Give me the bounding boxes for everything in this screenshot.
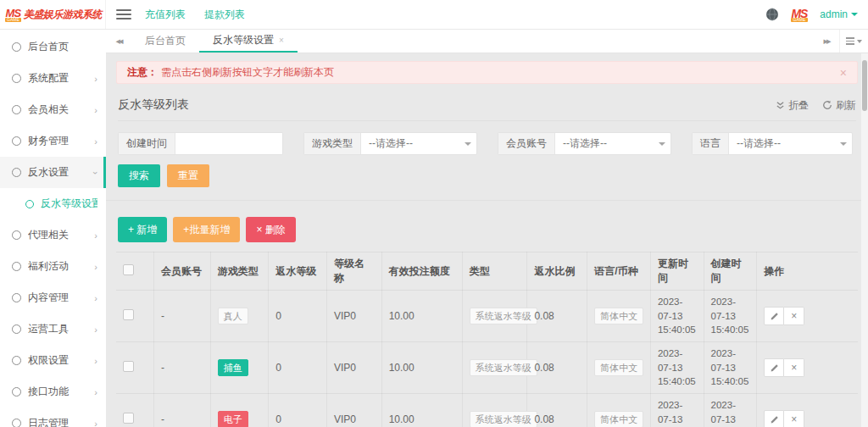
game-type-badge: 捕鱼: [218, 359, 248, 376]
tabs-scroll-left-icon[interactable]: ◂◂: [106, 30, 131, 53]
cell-member: -: [153, 342, 210, 394]
cell-level-name: VIP0: [327, 291, 382, 342]
sidebar-item-4[interactable]: 反水设置›: [0, 157, 106, 188]
delete-label: 删除: [265, 224, 286, 236]
sidebar-item-9[interactable]: 运营工具›: [0, 313, 106, 345]
sidebar-item-11[interactable]: 接口功能›: [0, 376, 106, 408]
user-menu[interactable]: admin: [820, 8, 858, 20]
delete-row-button[interactable]: ×: [784, 307, 804, 325]
collapse-label: 折叠: [788, 98, 809, 113]
updated-time: 2023-07-13 15:40:05: [658, 295, 697, 337]
delete-row-button[interactable]: ×: [784, 358, 804, 377]
game-type-select[interactable]: 游戏类型 --请选择--: [303, 132, 477, 155]
panel-header: 反水等级列表 折叠 刷新: [118, 90, 856, 121]
menu-item-icon: [12, 324, 21, 334]
row-checkbox[interactable]: [123, 309, 134, 320]
tab-1[interactable]: 反水等级设置×: [199, 30, 298, 53]
row-checkbox[interactable]: [123, 413, 134, 424]
game-type-label: 游戏类型: [304, 133, 361, 154]
delete-button[interactable]: × 删除: [246, 217, 295, 242]
table-row: -捕鱼0VIP010.00系统返水等级0.08简体中文2023-07-13 15…: [116, 342, 858, 394]
select-all-checkbox[interactable]: [123, 264, 134, 275]
batch-add-button[interactable]: +批量新增: [173, 217, 240, 242]
menu-item-icon: [12, 42, 21, 52]
tabs-scroll-right-icon[interactable]: ▸▸: [814, 30, 839, 53]
user-avatar[interactable]: MS GAME: [791, 8, 809, 22]
language-badge: 简体中文: [594, 359, 643, 376]
column-header-8: 更新时间: [650, 252, 704, 291]
cell-created-time: 2023-07-13 15:40:05: [704, 342, 757, 394]
top-nav-item-0[interactable]: 充值列表: [145, 8, 186, 22]
cell-level-name: VIP0: [327, 394, 382, 427]
game-type-badge: 真人: [218, 308, 248, 324]
collapse-button[interactable]: 折叠: [776, 98, 809, 113]
sidebar-item-6[interactable]: 代理相关›: [0, 219, 106, 251]
batch-add-label: 批量新增: [189, 224, 230, 236]
scrollbar-thumb[interactable]: [862, 60, 867, 111]
menu-item-icon: [25, 200, 34, 208]
column-header-7: 语言/币种: [587, 252, 651, 291]
edit-row-button[interactable]: [764, 307, 784, 325]
sidebar-toggle-icon[interactable]: [116, 9, 131, 19]
brand-logo-game: GAME: [5, 18, 21, 22]
brand-title: 美盛娱乐游戏系统: [24, 8, 102, 22]
sidebar-item-12[interactable]: 日志管理›: [0, 408, 106, 427]
created-time: 2023-07-13 15:40:05: [711, 347, 750, 389]
sidebar-item-label: 接口功能: [28, 385, 94, 399]
sidebar-item-0[interactable]: 后台首页: [0, 31, 106, 63]
sidebar-item-8[interactable]: 内容管理›: [0, 282, 106, 313]
column-header-3: 等级名称: [327, 252, 382, 291]
brand-logo[interactable]: MS GAME 美盛娱乐游戏系统: [0, 0, 106, 29]
search-button[interactable]: 搜索: [118, 164, 160, 187]
pencil-icon: [770, 363, 779, 373]
cell-type: 系统返水等级: [462, 291, 527, 342]
row-checkbox-cell: [116, 394, 153, 427]
sidebar-item-3[interactable]: 财务管理›: [0, 125, 106, 157]
row-checkbox[interactable]: [123, 361, 134, 372]
sidebar-item-7[interactable]: 福利活动›: [0, 251, 106, 282]
edit-row-button[interactable]: [764, 358, 784, 377]
refresh-label: 刷新: [836, 98, 856, 113]
sidebar-item-10[interactable]: 权限设置›: [0, 345, 106, 376]
notice-text: 需点击右侧刷新按钮文字才能刷新本页: [161, 65, 334, 80]
tab-close-icon[interactable]: ×: [279, 36, 284, 45]
sidebar-item-5[interactable]: 反水等级设置: [0, 188, 106, 219]
create-time-input[interactable]: [175, 133, 282, 154]
column-header-5: 类型: [462, 252, 527, 291]
topbar-right: MS GAME admin: [765, 8, 858, 22]
sidebar-item-label: 系统配置: [28, 71, 94, 86]
x-icon: ×: [256, 224, 262, 236]
add-button[interactable]: + 新增: [118, 217, 167, 242]
cell-valid-bet: 10.00: [381, 342, 462, 394]
collapse-icon: [776, 101, 785, 110]
sidebar-item-1[interactable]: 系统配置›: [0, 63, 106, 94]
cell-rebate-level: 0: [269, 291, 327, 342]
menu-bars-icon: [846, 37, 854, 45]
refresh-button[interactable]: 刷新: [822, 98, 856, 113]
globe-icon[interactable]: [765, 8, 779, 21]
top-nav-item-1[interactable]: 提款列表: [204, 8, 245, 22]
scrollbar-track[interactable]: [861, 53, 868, 427]
delete-row-button[interactable]: ×: [784, 410, 804, 427]
menu-item-icon: [12, 168, 21, 177]
menu-item-icon: [12, 262, 21, 271]
top-nav: 充值列表提款列表: [145, 8, 245, 22]
tabs-menu-icon[interactable]: [839, 30, 868, 53]
chevron-down-icon: [835, 133, 852, 154]
language-select[interactable]: 语言 --请选择--: [692, 132, 853, 155]
cell-game-type: 捕鱼: [210, 342, 269, 394]
edit-row-button[interactable]: [764, 410, 784, 427]
sidebar: 后台首页系统配置›会员相关›财务管理›反水设置›反水等级设置代理相关›福利活动›…: [0, 30, 106, 427]
chevron-right-icon: ›: [94, 387, 97, 397]
cell-rebate-ratio: 0.08: [527, 291, 587, 342]
created-time: 2023-07-13 15:40:05: [711, 398, 750, 427]
tab-0[interactable]: 后台首页: [131, 30, 199, 53]
tab-label: 反水等级设置: [213, 33, 274, 47]
member-account-select[interactable]: 会员账号 --请选择--: [498, 132, 671, 155]
alert-close-icon[interactable]: ×: [840, 66, 847, 80]
row-checkbox-cell: [116, 291, 153, 342]
sidebar-item-2[interactable]: 会员相关›: [0, 94, 106, 125]
game-type-badge: 电子: [218, 411, 248, 427]
cell-operations: ×: [757, 291, 858, 342]
reset-button[interactable]: 重置: [167, 164, 209, 187]
